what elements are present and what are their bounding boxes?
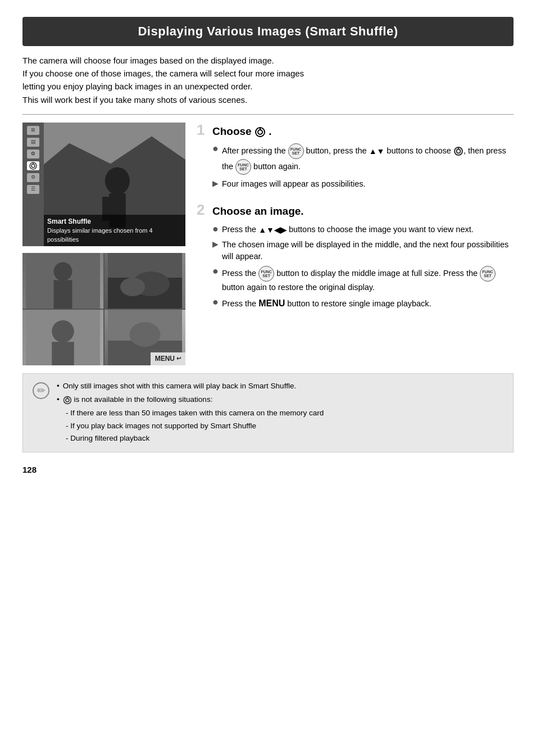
note-box: ✏ • Only still images shot with this cam… [22,373,514,452]
note-sub-3: - During filtered playback [66,433,504,444]
intro-line1: The camera will choose four images based… [22,56,274,65]
step2-title: Choose an image. [212,203,304,219]
menu-icon-1: ⊞ [27,126,39,135]
note-text-2: is not available in the following situat… [63,394,213,405]
menu-label: MENU [155,354,175,364]
photo-display: Smart Shuffle Displays similar images ch… [44,123,185,246]
step2-bullet2: ▶ The chosen image will be displayed in … [212,239,514,262]
note-bullet-2: • [57,394,60,405]
image-column: ⊞ ▤ ✿ ⚙ ☰ [22,123,185,365]
bullet-arrow-2: ▶ [212,239,219,250]
grid-cell-1 [22,253,103,309]
func-btn-4: FUNCSET [480,266,496,282]
divider [22,114,514,115]
svg-point-12 [54,262,72,280]
step2-bullet4: ● Press the MENU button to restore singl… [212,297,514,310]
func-btn-3: FUNCSET [258,266,274,282]
step1-bullet2: ▶ Four images will appear as possibiliti… [212,178,514,190]
step1-number: 1 [197,123,208,137]
page-title: Displaying Various Images (Smart Shuffle… [22,17,514,46]
step2-bullet1: ● Press the ▲▼◀▶ buttons to choose the i… [212,224,514,236]
step2-bullet3: ● Press the FUNCSET button to display th… [212,266,514,293]
note-pencil-icon: ✏ [32,382,50,445]
instructions-column: 1 Choose . ● After pressing the FUNCSET [197,123,514,365]
bullet-arrow-1: ▶ [212,178,219,189]
svg-rect-20 [52,342,74,365]
step2-bullet1-text: Press the ▲▼◀▶ buttons to choose the ima… [222,224,474,236]
svg-point-33 [66,399,69,402]
menu-icon-2: ▤ [27,138,39,147]
main-content: ⊞ ▤ ✿ ⚙ ☰ [22,123,514,365]
nav-arrows-all: ▲▼◀▶ [258,224,287,236]
bullet-dot-3: ● [212,266,219,277]
step2-header: 2 Choose an image. [197,202,514,219]
func-btn-2: FUNCSET [235,159,251,175]
menu-icons: ⊞ ▤ ✿ ⚙ ☰ [22,123,44,246]
intro-line2: If you choose one of those images, the c… [22,69,304,78]
step1-title: Choose . [212,124,272,139]
step1-bullet2-text: Four images will appear as possibilities… [222,178,365,190]
step2-bullet4-text: Press the MENU button to restore single … [222,297,431,310]
svg-point-25 [258,130,262,134]
note-text-1: Only still images shot with this camera … [63,381,296,392]
nav-arrows-updown: ▲▼ [369,146,385,157]
page-number: 128 [22,464,514,476]
svg-point-17 [120,278,145,296]
note-bullet-1: • [57,381,60,392]
intro-line3: letting you enjoy playing back images in… [22,82,252,91]
bullet-dot-2: ● [212,224,219,235]
func-btn-1: FUNCSET [288,143,304,159]
step2-bullet3-text: Press the FUNCSET button to display the … [222,266,514,293]
note-sub-2: - If you play back images not supported … [66,420,504,432]
intro-line4: This will work best if you take many sho… [22,95,247,105]
menu-icon-5: ☰ [27,185,39,194]
svg-point-23 [130,322,161,347]
menu-bar: MENU ↩ [151,352,185,365]
note-sub-1: - If there are less than 50 images taken… [66,408,504,419]
grid-cell-3 [22,310,103,365]
svg-rect-13 [54,280,72,309]
intro-text: The camera will choose four images based… [22,54,514,106]
smart-shuffle-overlay: Smart Shuffle Displays similar images ch… [44,215,185,246]
smart-shuffle-desc: Displays similar images chosen from 4 po… [47,227,182,244]
step2-content: ● Press the ▲▼◀▶ buttons to choose the i… [197,224,514,310]
smart-shuffle-title: Smart Shuffle [47,217,182,227]
svg-point-7 [105,167,130,194]
step1: 1 Choose . ● After pressing the FUNCSET [197,123,514,191]
svg-point-19 [52,320,74,343]
step1-header: 1 Choose . [197,123,514,139]
svg-point-28 [456,150,460,153]
menu-icon-4: ⚙ [27,173,39,182]
step1-bullet1: ● After pressing the FUNCSET button, pre… [212,143,514,175]
step1-image: ⊞ ▤ ✿ ⚙ ☰ [22,123,185,246]
step2-number: 2 [197,202,208,217]
note-item-1: • Only still images shot with this camer… [57,381,504,392]
step1-bullet1-text: After pressing the FUNCSET button, press… [222,143,514,175]
grid-cell-2 [105,253,185,309]
step2-bullet2-text: The chosen image will be displayed in th… [222,239,514,262]
svg-text:✏: ✏ [37,385,46,396]
step1-content: ● After pressing the FUNCSET button, pre… [197,143,514,190]
step2-image: MENU ↩ [22,253,185,365]
svg-point-1 [31,164,35,168]
smart-shuffle-menu-icon [27,161,39,170]
step2: 2 Choose an image. ● Press the ▲▼◀▶ butt… [197,202,514,310]
menu-text-bold: MENU [258,298,285,308]
menu-icon-3: ✿ [27,150,39,159]
menu-back-arrow: ↩ [176,355,181,363]
note-content: • Only still images shot with this camer… [57,381,504,445]
bullet-dot-4: ● [212,297,219,308]
bullet-dot-1: ● [212,143,219,155]
note-item-2: • is not available in the following situ… [57,394,504,405]
